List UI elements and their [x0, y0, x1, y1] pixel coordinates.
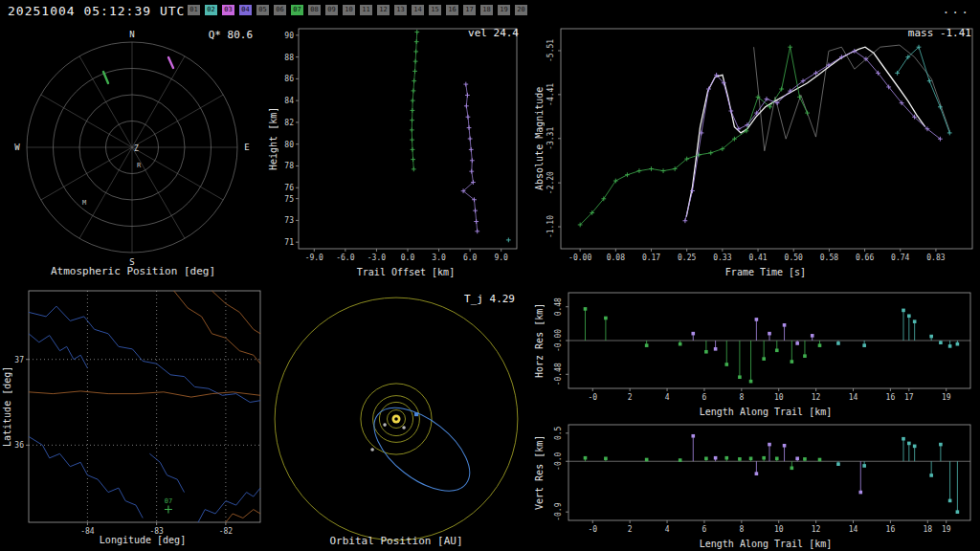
panel-trail-offset: -9.0-6.0-3.00.03.06.09.09088868482807876…	[266, 21, 526, 285]
svg-text:16: 16	[886, 393, 896, 402]
svg-text:-0: -0	[588, 393, 597, 402]
svg-text:N: N	[129, 30, 134, 39]
svg-text:17: 17	[904, 393, 914, 402]
svg-text:10: 10	[774, 525, 784, 534]
svg-text:2: 2	[628, 393, 633, 402]
svg-text:0.5: 0.5	[554, 426, 563, 440]
panel-ground-map: -84-83-82373607 Latitude [deg] Longitude…	[0, 287, 266, 551]
station-13[interactable]: 13	[394, 5, 407, 15]
station-14[interactable]: 14	[412, 5, 424, 15]
magnitude-y-axis-label: Absolute Magnitude	[532, 21, 546, 256]
svg-text:-6.0: -6.0	[336, 253, 354, 262]
svg-text:18: 18	[923, 525, 932, 534]
svg-text:9.0: 9.0	[494, 253, 508, 262]
svg-text:-0.0: -0.0	[554, 452, 563, 470]
svg-text:-3.31: -3.31	[546, 127, 555, 150]
station-06[interactable]: 06	[274, 5, 286, 15]
svg-text:0.48: 0.48	[554, 298, 563, 316]
station-02[interactable]: 02	[205, 5, 217, 15]
svg-text:86: 86	[284, 75, 294, 83]
svg-text:-3.0: -3.0	[368, 253, 386, 262]
panel-orbital-position: T_j 4.29 Orbital Position [AU]	[266, 287, 526, 551]
svg-text:W: W	[14, 143, 20, 152]
svg-text:12: 12	[812, 525, 821, 534]
svg-text:10: 10	[774, 393, 784, 402]
station-12[interactable]: 12	[377, 5, 390, 15]
svg-text:0.74: 0.74	[891, 253, 909, 262]
svg-text:4: 4	[665, 393, 670, 402]
station-01[interactable]: 01	[188, 5, 200, 15]
panel-vertical-residuals: -024681012141618190.5-0.0-0.9 Vert Res […	[532, 419, 980, 551]
svg-text:0.50: 0.50	[785, 253, 803, 262]
station-10[interactable]: 10	[343, 5, 355, 15]
vert-res-y-axis-label: Vert Res [km]	[532, 419, 546, 526]
station-11[interactable]: 11	[360, 5, 372, 15]
panel-horizontal-residuals: -024681012141617190.48-0.00-0.48 Horz Re…	[532, 287, 980, 419]
map-x-axis-label: Longitude [deg]	[19, 535, 266, 545]
mass-value: mass -1.41	[908, 27, 971, 39]
svg-text:-0.9: -0.9	[554, 502, 563, 520]
trail-offset-plot: -9.0-6.0-3.00.03.06.09.09088868482807876…	[266, 21, 526, 285]
app-window: 20251004 05:12:39 UTC 010203040506070809…	[0, 0, 980, 551]
svg-text:14: 14	[849, 525, 858, 534]
svg-text:Z: Z	[134, 144, 139, 153]
svg-text:6: 6	[702, 525, 707, 534]
horz-res-y-axis-label: Horz Res [km]	[532, 287, 546, 394]
svg-text:19: 19	[942, 525, 951, 534]
station-19[interactable]: 19	[498, 5, 510, 15]
svg-text:8: 8	[739, 393, 744, 402]
station-04[interactable]: 04	[239, 5, 252, 15]
svg-text:76: 76	[284, 184, 294, 192]
station-selector: 0102030405060708091011121314151617181920	[188, 5, 527, 15]
q-star-value: Q* 80.6	[209, 29, 253, 41]
svg-text:0.17: 0.17	[642, 253, 660, 262]
station-05[interactable]: 05	[256, 5, 269, 15]
orbital-position-plot	[266, 287, 526, 551]
station-09[interactable]: 09	[325, 5, 338, 15]
station-08[interactable]: 08	[308, 5, 321, 15]
panel-atmospheric-position: NSEWZRM Q* 80.6 Atmospheric Position [de…	[0, 21, 266, 285]
orbital-caption: Orbital Position [AU]	[266, 535, 526, 547]
station-16[interactable]: 16	[446, 5, 458, 15]
svg-text:-9.0: -9.0	[305, 253, 323, 262]
svg-text:0.83: 0.83	[926, 253, 945, 262]
tisserand-value: T_j 4.29	[464, 293, 515, 305]
svg-text:-0.00: -0.00	[554, 329, 563, 352]
trail-y-axis-label: Height [km]	[266, 21, 280, 256]
svg-text:3.0: 3.0	[432, 253, 446, 262]
svg-text:0.41: 0.41	[748, 253, 767, 262]
svg-text:-0.00: -0.00	[568, 253, 591, 262]
svg-text:78: 78	[284, 162, 294, 170]
station-03[interactable]: 03	[222, 5, 234, 15]
svg-text:4: 4	[665, 525, 670, 534]
svg-text:16: 16	[886, 525, 896, 534]
svg-text:90: 90	[284, 32, 294, 40]
svg-text:88: 88	[284, 54, 294, 62]
svg-text:0.33: 0.33	[713, 253, 731, 262]
station-20[interactable]: 20	[515, 5, 527, 15]
horizontal-residuals-plot: -024681012141617190.48-0.00-0.48	[532, 287, 980, 419]
svg-text:-4.41: -4.41	[546, 83, 555, 106]
timestamp: 20251004 05:12:39 UTC	[8, 4, 185, 18]
svg-text:-0: -0	[588, 525, 597, 534]
atmospheric-caption: Atmospheric Position [deg]	[0, 265, 266, 277]
horz-res-x-axis-label: Length Along Trail [km]	[551, 407, 980, 417]
vertical-residuals-plot: -024681012141618190.5-0.0-0.9	[532, 419, 980, 551]
velocity-value: vel 24.4	[468, 27, 519, 39]
magnitude-x-axis-label: Frame Time [s]	[551, 267, 980, 277]
svg-text:8: 8	[739, 525, 744, 534]
station-15[interactable]: 15	[429, 5, 441, 15]
overflow-menu-icon[interactable]: ...	[943, 2, 970, 16]
atmospheric-position-plot: NSEWZRM	[0, 21, 266, 285]
station-18[interactable]: 18	[480, 5, 493, 15]
svg-text:-2.20: -2.20	[546, 171, 555, 194]
svg-text:71: 71	[284, 238, 294, 247]
map-y-axis-label: Latitude [deg]	[0, 287, 14, 526]
svg-text:37: 37	[14, 356, 24, 364]
svg-text:12: 12	[812, 393, 821, 402]
station-07[interactable]: 07	[291, 5, 303, 15]
svg-text:14: 14	[849, 393, 858, 402]
svg-text:M: M	[82, 199, 86, 207]
station-17[interactable]: 17	[463, 5, 476, 15]
svg-text:0.0: 0.0	[401, 253, 415, 262]
